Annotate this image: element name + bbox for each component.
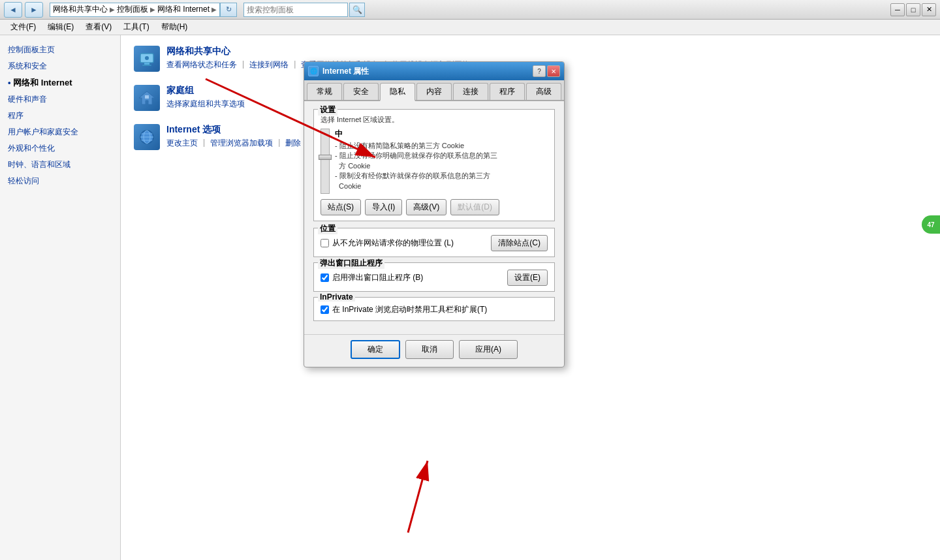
dialog-title-label: Internet 属性 — [322, 66, 369, 77]
tab-content[interactable]: 内容 — [416, 83, 452, 100]
back-button[interactable]: ◄ — [4, 2, 22, 18]
internet-properties-dialog: 🌐 Internet 属性 ? ✕ 常规 安全 隐私 内容 连接 程序 — [304, 61, 565, 367]
search-area: 🔍 — [243, 3, 365, 17]
dialog-title: 🌐 Internet 属性 — [308, 66, 369, 77]
settings-desc: 选择 Internet 区域设置。 — [321, 115, 548, 125]
sidebar-item-hardware[interactable]: 硬件和声音 — [0, 91, 120, 108]
dialog-body: 设置 选择 Internet 区域设置。 中 - 阻止没有精简隐私策略的第三方 … — [304, 101, 564, 334]
btn-clear-sites[interactable]: 清除站点(C) — [491, 235, 548, 251]
sidebar-item-accessibility[interactable]: 轻松访问 — [0, 173, 120, 189]
window-controls: ─ □ ✕ — [890, 3, 936, 16]
btn-default[interactable]: 默认值(D) — [450, 199, 499, 215]
dialog-app-icon: 🌐 — [308, 66, 319, 76]
tab-programs[interactable]: 程序 — [490, 83, 525, 100]
tab-advanced[interactable]: 高级 — [526, 83, 561, 100]
level-details: - 阻止没有精简隐私策略的第三方 Cookie - 阻止没有经你明确同意就保存你… — [335, 141, 548, 191]
menu-bar: 文件(F) 编辑(E) 查看(V) 工具(T) 帮助(H) — [0, 20, 940, 35]
popup-checkbox[interactable] — [321, 273, 329, 282]
menu-edit[interactable]: 编辑(E) — [42, 20, 79, 34]
settings-group-label: 设置 — [318, 104, 337, 116]
inprivate-checkbox-row: 在 InPrivate 浏览启动时禁用工具栏和扩展(T) — [321, 304, 548, 315]
level-content: 中 - 阻止没有精简隐私策略的第三方 Cookie - 阻止没有经你明确同意就保… — [335, 129, 548, 194]
dialog-footer: 确定 取消 应用(A) — [304, 334, 564, 367]
sidebar-item-network[interactable]: 网络和 Internet — [0, 74, 120, 91]
dialog-window-controls: ? ✕ — [533, 65, 560, 77]
title-bar: ◄ ► 网络和共享中心 ▶ 控制面板 ▶ 网络和 Internet ▶ ↻ 🔍 … — [0, 0, 940, 20]
address-field[interactable]: 网络和共享中心 ▶ 控制面板 ▶ 网络和 Internet ▶ — [50, 3, 220, 17]
sidebar-item-clock[interactable]: 时钟、语言和区域 — [0, 157, 120, 173]
breadcrumb-separator-2: ▶ — [150, 6, 155, 13]
tab-connections[interactable]: 连接 — [453, 83, 488, 100]
breadcrumb-item-1: 网络和共享中心 — [53, 4, 108, 15]
address-bar: 网络和共享中心 ▶ 控制面板 ▶ 网络和 Internet ▶ ↻ — [50, 2, 237, 18]
footer-cancel-button[interactable]: 取消 — [405, 340, 454, 359]
maximize-button[interactable]: □ — [906, 3, 920, 16]
breadcrumb-item-2: 控制面板 — [117, 4, 148, 15]
level-label: 中 — [335, 129, 548, 140]
settings-buttons: 站点(S) 导入(I) 高级(V) 默认值(D) — [321, 199, 548, 215]
green-badge: 47 — [922, 215, 940, 234]
sidebar-item-system[interactable]: 系统和安全 — [0, 58, 120, 74]
menu-tools[interactable]: 工具(T) — [118, 20, 154, 34]
forward-button[interactable]: ► — [25, 2, 43, 18]
footer-ok-button[interactable]: 确定 — [351, 340, 400, 359]
dialog-overlay: 🌐 Internet 属性 ? ✕ 常规 安全 隐私 内容 连接 程序 — [121, 35, 940, 560]
tab-general[interactable]: 常规 — [307, 83, 342, 100]
popup-checkbox-label: 启用弹出窗口阻止程序 (B) — [332, 272, 423, 283]
footer-apply-button[interactable]: 应用(A) — [459, 340, 518, 359]
popup-group: 弹出窗口阻止程序 启用弹出窗口阻止程序 (B) 设置(E) — [313, 262, 555, 292]
menu-file[interactable]: 文件(F) — [5, 20, 41, 34]
search-input[interactable] — [243, 3, 348, 17]
breadcrumb-item-3: 网络和 Internet — [157, 4, 210, 15]
tab-privacy[interactable]: 隐私 — [380, 83, 415, 101]
refresh-button[interactable]: ↻ — [220, 3, 237, 17]
inprivate-group: InPrivate 在 InPrivate 浏览启动时禁用工具栏和扩展(T) — [313, 297, 555, 321]
btn-import[interactable]: 导入(I) — [365, 199, 402, 215]
slider-area: 中 - 阻止没有精简隐私策略的第三方 Cookie - 阻止没有经你明确同意就保… — [321, 129, 548, 194]
minimize-button[interactable]: ─ — [890, 3, 905, 16]
position-checkbox[interactable] — [321, 239, 329, 247]
breadcrumb-separator-3: ▶ — [212, 6, 217, 13]
inprivate-group-label: InPrivate — [318, 292, 355, 302]
dialog-help-button[interactable]: ? — [533, 65, 546, 77]
sidebar-item-programs[interactable]: 程序 — [0, 108, 120, 124]
position-checkbox-label: 从不允许网站请求你的物理位置 (L) — [332, 238, 454, 249]
title-bar-left: ◄ ► 网络和共享中心 ▶ 控制面板 ▶ 网络和 Internet ▶ ↻ 🔍 — [4, 2, 365, 18]
position-group-label: 位置 — [318, 223, 337, 234]
btn-advanced[interactable]: 高级(V) — [406, 199, 446, 215]
settings-group: 设置 选择 Internet 区域设置。 中 - 阻止没有精简隐私策略的第三方 … — [313, 109, 555, 221]
breadcrumb: 网络和共享中心 ▶ 控制面板 ▶ 网络和 Internet ▶ — [53, 4, 217, 15]
inprivate-checkbox[interactable] — [321, 305, 329, 314]
dialog-titlebar: 🌐 Internet 属性 ? ✕ — [304, 62, 564, 80]
inprivate-checkbox-label: 在 InPrivate 浏览启动时禁用工具栏和扩展(T) — [332, 304, 487, 315]
position-group: 位置 从不允许网站请求你的物理位置 (L) 清除站点(C) — [313, 228, 555, 257]
window-close-button[interactable]: ✕ — [922, 3, 936, 16]
search-button[interactable]: 🔍 — [349, 3, 365, 17]
position-checkbox-row: 从不允许网站请求你的物理位置 (L) — [321, 238, 454, 249]
sidebar: 控制面板主页 系统和安全 网络和 Internet 硬件和声音 程序 用户帐户和… — [0, 35, 121, 560]
privacy-slider-handle[interactable] — [319, 155, 332, 160]
privacy-slider-track[interactable] — [321, 129, 330, 194]
tab-security[interactable]: 安全 — [343, 83, 379, 100]
sidebar-item-controlpanel[interactable]: 控制面板主页 — [0, 42, 120, 58]
sidebar-item-appearance[interactable]: 外观和个性化 — [0, 140, 120, 157]
breadcrumb-separator-1: ▶ — [110, 6, 115, 13]
btn-popup-settings[interactable]: 设置(E) — [507, 270, 548, 286]
popup-group-label: 弹出窗口阻止程序 — [318, 258, 384, 269]
popup-checkbox-row: 启用弹出窗口阻止程序 (B) — [321, 272, 423, 283]
menu-help[interactable]: 帮助(H) — [156, 20, 193, 34]
content-area: 网络和共享中心 查看网络状态和任务 | 连接到网络 | 查看网络计算机和设备 |… — [121, 35, 940, 560]
menu-view[interactable]: 查看(V) — [80, 20, 117, 34]
main-layout: 控制面板主页 系统和安全 网络和 Internet 硬件和声音 程序 用户帐户和… — [0, 35, 940, 560]
dialog-tabs: 常规 安全 隐私 内容 连接 程序 高级 — [304, 80, 564, 101]
btn-sites[interactable]: 站点(S) — [321, 199, 361, 215]
dialog-close-button[interactable]: ✕ — [547, 65, 560, 77]
sidebar-item-users[interactable]: 用户帐户和家庭安全 — [0, 124, 120, 140]
